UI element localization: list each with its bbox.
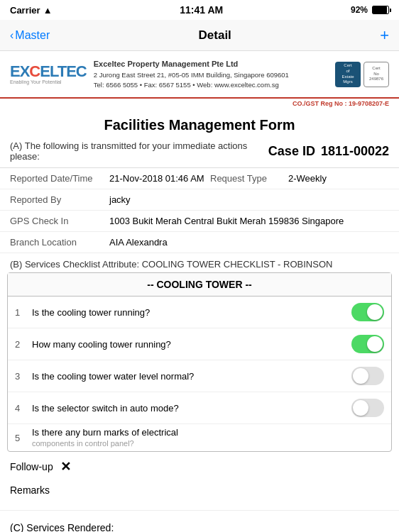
info-row-2: Reported By jacky bbox=[0, 189, 399, 211]
intro-text: (A) The following is transmitted for you… bbox=[10, 140, 268, 162]
case-id-label: Case ID bbox=[268, 144, 315, 159]
logo-brand: EXCELTEC bbox=[10, 64, 87, 79]
divider bbox=[0, 510, 399, 511]
case-id-row: (A) The following is transmitted for you… bbox=[0, 138, 399, 167]
checklist-box: -- COOLING TOWER -- 1 Is the cooling tow… bbox=[7, 272, 392, 452]
row-num-4: 4 bbox=[15, 403, 26, 414]
info-row-3: GPS Check In 1003 Bukit Merah Central Bu… bbox=[0, 211, 399, 232]
status-bar: Carrier ▲ 11:41 AM 92% bbox=[0, 0, 399, 20]
carrier-label: Carrier bbox=[10, 5, 40, 16]
row-question-2: How many cooling tower running? bbox=[32, 339, 346, 350]
company-info: Exceltec Property Management Pte Ltd 2 J… bbox=[94, 58, 335, 90]
row-question-4: Is the selector switch in auto mode? bbox=[32, 403, 346, 414]
form-title: Facilities Management Form bbox=[0, 110, 399, 138]
back-label: Master bbox=[15, 29, 50, 42]
add-button[interactable]: + bbox=[380, 26, 389, 45]
toggle-knob-4 bbox=[353, 400, 368, 416]
status-bar-left: Carrier ▲ bbox=[10, 5, 53, 16]
section-b-header: (B) Services Checklist Attribute: COOLIN… bbox=[0, 253, 399, 272]
logo-tagline: Enabling Your Potential bbox=[10, 79, 61, 84]
info-row-1: Reported Date/Time 21-Nov-2018 01:46 AM … bbox=[0, 168, 399, 189]
row-num-1: 1 bbox=[15, 307, 26, 318]
checklist-row-3: 3 Is the cooling tower water level norma… bbox=[8, 360, 391, 392]
reported-by-label: Reported By bbox=[10, 194, 109, 205]
remarks-label: Remarks bbox=[10, 484, 50, 496]
company-contact: Tel: 6566 5055 • Fax: 6567 5155 • Web: w… bbox=[94, 80, 335, 90]
toggle-knob-1 bbox=[367, 304, 383, 320]
toggle-3[interactable] bbox=[351, 367, 384, 385]
toggle-knob-2 bbox=[367, 336, 383, 352]
main-content: EXCELTEC Enabling Your Potential Excelte… bbox=[0, 51, 399, 532]
request-type-value: 2-Weekly bbox=[288, 173, 389, 184]
wifi-icon: ▲ bbox=[43, 5, 53, 16]
checklist-row-2: 2 How many cooling tower running? bbox=[8, 328, 391, 360]
checklist-title: -- COOLING TOWER -- bbox=[8, 273, 391, 297]
row-num-2: 2 bbox=[15, 339, 26, 350]
chevron-left-icon: ‹ bbox=[10, 29, 13, 42]
logo-area: EXCELTEC Enabling Your Potential bbox=[10, 64, 87, 84]
nav-bar: ‹ Master Detail + bbox=[0, 20, 399, 51]
case-id-value: 1811-00022 bbox=[321, 144, 389, 159]
battery-percentage: 92% bbox=[351, 5, 368, 15]
gps-checkin-value: 1003 Bukit Merah Central Bukit Merah 159… bbox=[109, 216, 389, 226]
toggle-knob-3 bbox=[353, 368, 368, 384]
company-name: Exceltec Property Management Pte Ltd bbox=[94, 60, 239, 68]
toggle-2[interactable] bbox=[351, 335, 384, 353]
gst-reg: CO./GST Reg No : 19-9708207-E bbox=[0, 99, 399, 110]
company-address: 2 Jurong East Street 21, #05-05 IMM Buil… bbox=[94, 70, 335, 80]
reported-date-value: 21-Nov-2018 01:46 AM bbox=[109, 173, 210, 184]
followup-row: Follow-up ✕ bbox=[0, 452, 399, 482]
reported-by-value: jacky bbox=[109, 194, 389, 205]
info-table: Reported Date/Time 21-Nov-2018 01:46 AM … bbox=[0, 167, 399, 253]
row-question-1: Is the cooling tower running? bbox=[32, 307, 346, 318]
row-question-5: Is there any burn marks of electricalcom… bbox=[32, 427, 346, 448]
followup-label: Follow-up bbox=[10, 461, 53, 472]
checklist-row-5: 5 Is there any burn marks of electricalc… bbox=[8, 424, 391, 451]
status-bar-right: 92% bbox=[351, 5, 389, 15]
info-row-4: Branch Location AIA Alexandra bbox=[0, 232, 399, 253]
cert-badge-1: CertofEstateMgrs bbox=[335, 62, 361, 87]
checklist-row-1: 1 Is the cooling tower running? bbox=[8, 297, 391, 328]
section-c-header: (C) Services Rendered: bbox=[0, 515, 399, 532]
branch-location-value: AIA Alexandra bbox=[109, 237, 389, 248]
back-button[interactable]: ‹ Master bbox=[10, 29, 50, 42]
toggle-1[interactable] bbox=[351, 303, 384, 321]
cert-badges: CertofEstateMgrs CertNo249876 bbox=[335, 62, 389, 87]
row-num-3: 3 bbox=[15, 371, 26, 382]
time-label: 11:41 AM bbox=[180, 4, 223, 16]
company-header: EXCELTEC Enabling Your Potential Excelte… bbox=[0, 51, 399, 99]
checklist-row-4: 4 Is the selector switch in auto mode? bbox=[8, 392, 391, 424]
cert-badge-2: CertNo249876 bbox=[364, 62, 389, 87]
gps-checkin-label: GPS Check In bbox=[10, 216, 109, 226]
followup-x-icon: ✕ bbox=[60, 459, 71, 475]
request-type-label: Request Type bbox=[210, 173, 288, 184]
toggle-4[interactable] bbox=[351, 399, 384, 417]
reported-date-label: Reported Date/Time bbox=[10, 173, 109, 184]
row-num-5: 5 bbox=[15, 433, 26, 443]
row-question-3: Is the cooling tower water level normal? bbox=[32, 371, 346, 382]
page-title: Detail bbox=[199, 28, 231, 43]
remarks-row: Remarks bbox=[0, 482, 399, 506]
branch-location-label: Branch Location bbox=[10, 237, 109, 248]
battery-icon bbox=[372, 6, 389, 14]
